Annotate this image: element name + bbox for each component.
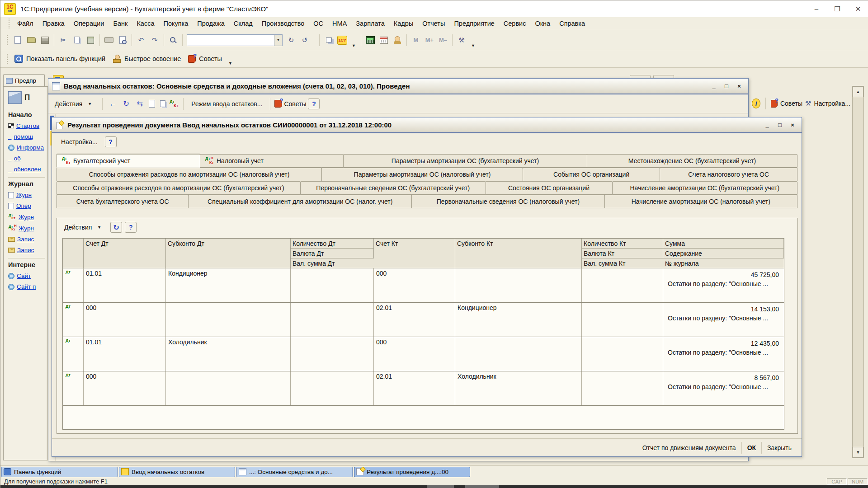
dropdown-arrow-icon[interactable]: ▼ <box>352 43 356 50</box>
table-row[interactable]: ДтКт01.01Холодильник00012 435,00Остатки … <box>63 337 784 371</box>
footer-button-1[interactable]: ОК <box>741 442 761 454</box>
tab-3-2[interactable]: Первоначальные сведения ОС (бухгалтерски… <box>300 181 486 195</box>
function-bar-quick-learning-button[interactable]: Быстрое освоение <box>109 53 184 65</box>
unpost-document-icon[interactable] <box>158 99 167 108</box>
taskbar-button-2[interactable]: ...: Основные средства и до... <box>236 467 353 477</box>
dropdown-arrow-icon[interactable]: ▼ <box>471 43 475 50</box>
sidebar-link-journal-4[interactable]: Запис <box>8 236 47 243</box>
menu-item-8[interactable]: Производство <box>257 18 309 29</box>
footer-button-0[interactable]: Отчет по движениям документа <box>637 442 741 454</box>
taskbar-button-0[interactable]: Панель функций <box>1 467 118 477</box>
sidebar-link-journal-5[interactable]: Запис <box>8 247 47 253</box>
function-bar-tips-button[interactable]: Советы <box>184 53 226 65</box>
table-row[interactable]: ДтКт00002.01Кондиционер14 153,00Остатки … <box>63 303 784 337</box>
tab-4-3[interactable]: Первоначальные сведения ОС (налоговый уч… <box>411 195 604 208</box>
maximize-icon[interactable]: □ <box>774 120 785 130</box>
menu-item-4[interactable]: Касса <box>132 18 159 29</box>
sidebar-link-journal-2[interactable]: ДтКтЖурн <box>8 213 47 221</box>
menu-item-5[interactable]: Покупка <box>159 18 193 29</box>
sidebar-link-journal-3[interactable]: ДтНКтЖурн <box>8 225 47 232</box>
save-button[interactable] <box>38 33 52 47</box>
taskbar-button-1[interactable]: Ввод начальных остатков <box>119 467 235 477</box>
close-icon[interactable]: × <box>787 120 798 130</box>
advisor-button[interactable] <box>391 33 404 47</box>
search-combobox[interactable]: ▼ <box>187 34 283 46</box>
close-icon[interactable]: × <box>734 81 745 91</box>
sidebar-link-journal-0[interactable]: Журн <box>8 192 47 198</box>
tab-1-3[interactable]: Параметры амортизации ОС (бухгалтерский … <box>343 154 587 168</box>
sidebar-link-site-1[interactable]: Сайт п <box>8 283 47 290</box>
new-document-button[interactable] <box>11 33 24 47</box>
undo-button[interactable]: ↶ <box>134 33 148 47</box>
calculator-button[interactable] <box>363 33 377 47</box>
tab-2-3[interactable]: События ОС организаций <box>523 168 660 181</box>
scroll-up-icon[interactable]: ▲ <box>853 86 863 97</box>
window-list-button[interactable] <box>322 33 335 47</box>
find-next-button[interactable]: ↻ <box>284 33 298 47</box>
memory-button-2[interactable]: M– <box>436 33 450 47</box>
tab-1-2[interactable]: ДтНКтНалоговый учет <box>200 154 344 168</box>
sidebar-link-site-0[interactable]: Сайт <box>8 272 47 279</box>
tab-4-2[interactable]: Специальный коэффициент для амортизации … <box>188 195 412 208</box>
info-icon[interactable]: i <box>752 99 760 108</box>
actions-button[interactable]: Действия▼ <box>51 99 98 109</box>
settings-button[interactable]: Настройка... <box>814 100 850 107</box>
menu-item-16[interactable]: Окна <box>530 18 555 29</box>
help-button[interactable]: ? <box>105 136 117 147</box>
sidebar-link-updates-1[interactable]: об <box>8 155 47 162</box>
menu-item-17[interactable]: Справка <box>555 18 590 29</box>
redo-button[interactable]: ↷ <box>148 33 161 47</box>
minimize-icon[interactable]: _ <box>708 81 719 91</box>
print-button[interactable] <box>102 33 116 47</box>
menu-item-12[interactable]: Кадры <box>389 18 418 29</box>
tab-2-2[interactable]: Параметры амортизации ОС (налоговый учет… <box>321 168 523 181</box>
window2-title-bar[interactable]: Результат проведения документа Ввод нача… <box>52 117 802 133</box>
menu-item-9[interactable]: ОС <box>309 18 328 29</box>
table-row[interactable]: ДтКт00002.01Холодильник8 567,00Остатки п… <box>63 371 784 406</box>
sidebar-link-start-1[interactable]: помощ <box>8 133 47 140</box>
menu-item-14[interactable]: Предприятие <box>449 18 499 29</box>
minimize-icon[interactable]: _ <box>762 120 773 130</box>
find-button[interactable] <box>166 33 180 47</box>
find-previous-button[interactable]: ↺ <box>298 33 311 47</box>
memory-button-1[interactable]: M+ <box>423 33 436 47</box>
menu-item-6[interactable]: Продажа <box>193 18 229 29</box>
menu-item-0[interactable]: Файл <box>13 18 38 29</box>
toolbar-grip[interactable] <box>9 19 11 28</box>
table-row[interactable]: ДтКт01.01Кондиционер00045 725,00Остатки … <box>63 268 784 303</box>
menu-item-3[interactable]: Банк <box>108 18 132 29</box>
maximize-icon[interactable]: □ <box>721 81 732 91</box>
post-document-icon[interactable] <box>147 99 156 108</box>
tab-1-4[interactable]: Местонахождение ОС (бухгалтерский учет) <box>587 154 797 168</box>
sidebar-link-updates-2[interactable]: обновлен <box>8 166 47 173</box>
memory-button-0[interactable]: M <box>409 33 423 47</box>
chevron-down-icon[interactable]: ▼ <box>228 61 232 67</box>
tab-4-4[interactable]: Начисление амортизации ОС (налоговый уче… <box>604 195 797 208</box>
vertical-scrollbar[interactable]: ▲ ▼ <box>852 86 864 458</box>
menu-item-1[interactable]: Правка <box>38 18 69 29</box>
refresh-icon[interactable]: ↻ <box>110 222 122 233</box>
menu-item-11[interactable]: Зарплата <box>351 18 389 29</box>
window1-title-bar[interactable]: Ввод начальных остатков: Основные средст… <box>48 79 748 94</box>
tips-button[interactable]: Советы <box>284 100 306 108</box>
tab-2-1[interactable]: Способы отражения расходов по амортизаци… <box>57 168 322 181</box>
minimize-icon[interactable]: – <box>806 0 827 17</box>
menu-item-7[interactable]: Склад <box>229 18 257 29</box>
dtkt-icon[interactable]: ДтКт <box>169 99 179 108</box>
balance-mode-button[interactable]: Режим ввода остатков... <box>188 99 266 109</box>
toolbar-grip[interactable] <box>7 35 9 45</box>
sidebar-link-start-0[interactable]: Стартов <box>8 122 47 129</box>
tab-3-3[interactable]: Состояния ОС организаций <box>486 181 613 195</box>
function-bar-function-panel-button[interactable]: Показать панель функций <box>11 53 109 65</box>
service-tools-button[interactable]: ⚒ <box>455 33 468 47</box>
maximize-icon[interactable]: ❐ <box>827 0 848 17</box>
move-icon[interactable]: ⇆ <box>134 99 146 108</box>
settings-button[interactable]: Настройка... <box>57 136 101 147</box>
toolbar-grip[interactable] <box>7 54 9 64</box>
actions-button[interactable]: Действия▼ <box>61 222 108 233</box>
refresh-icon[interactable]: ↻ <box>120 99 132 108</box>
close-icon[interactable]: ✕ <box>848 0 868 17</box>
copy-button[interactable] <box>70 33 84 47</box>
menu-item-10[interactable]: НМА <box>328 18 351 29</box>
menu-item-2[interactable]: Операции <box>69 18 109 29</box>
